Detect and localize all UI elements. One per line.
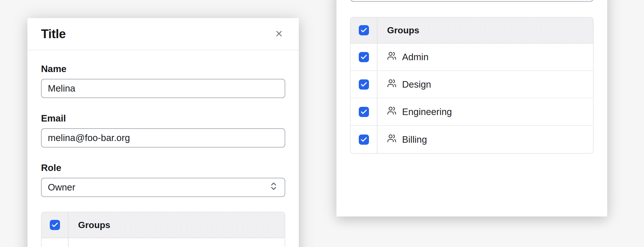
- name-input[interactable]: [41, 79, 285, 98]
- role-select-cut-off[interactable]: [350, 0, 594, 2]
- row-checkbox[interactable]: [359, 135, 369, 145]
- name-field-group: Name: [41, 63, 285, 98]
- groups-table: Groups Admin: [350, 17, 594, 154]
- select-all-checkbox[interactable]: [50, 220, 60, 230]
- dialog-body: Groups Admin: [336, 0, 607, 154]
- row-content: [68, 238, 285, 247]
- row-checkbox[interactable]: [359, 79, 369, 90]
- chevrons-up-down-icon: [269, 181, 278, 193]
- close-button[interactable]: [273, 28, 285, 40]
- role-select[interactable]: Owner: [41, 178, 285, 197]
- groups-table: Groups: [41, 212, 285, 247]
- email-label: Email: [41, 113, 285, 124]
- users-icon: [387, 51, 396, 63]
- row-checkbox-cell: [351, 98, 377, 125]
- group-name: Engineering: [402, 107, 452, 117]
- dialog-header: Title: [27, 18, 299, 50]
- role-field-group: Role Owner: [41, 162, 285, 197]
- name-label: Name: [41, 63, 285, 75]
- role-select-value: Owner: [48, 182, 75, 193]
- table-row-admin[interactable]: Admin: [351, 44, 593, 71]
- group-name: Billing: [402, 134, 427, 145]
- row-content: Engineering: [377, 98, 593, 125]
- groups-header-label: Groups: [68, 212, 285, 238]
- row-checkbox-cell: [351, 44, 377, 70]
- dialog-body: Name Email Role Owner: [27, 50, 299, 247]
- users-icon: [387, 134, 396, 145]
- users-icon: [387, 79, 396, 90]
- group-name: Admin: [402, 52, 429, 62]
- email-field-group: Email: [41, 113, 285, 148]
- edit-user-dialog-scrolled: Groups Admin: [336, 0, 607, 216]
- groups-header-label: Groups: [377, 18, 593, 43]
- row-checkbox[interactable]: [359, 107, 369, 117]
- role-label: Role: [41, 162, 285, 174]
- groups-table-header: Groups: [42, 212, 285, 238]
- table-row[interactable]: [42, 238, 285, 247]
- table-row-design[interactable]: Design: [351, 71, 593, 98]
- table-row-billing[interactable]: Billing: [351, 126, 593, 153]
- table-row-engineering[interactable]: Engineering: [351, 98, 593, 126]
- dialog-title: Title: [41, 27, 66, 41]
- groups-table-header: Groups: [351, 18, 593, 44]
- row-checkbox-cell: [351, 126, 377, 153]
- select-all-cell: [351, 18, 377, 43]
- row-content: Billing: [377, 126, 593, 153]
- email-input[interactable]: [41, 128, 285, 148]
- row-checkbox-cell: [351, 71, 377, 98]
- row-content: Design: [377, 71, 593, 98]
- select-all-checkbox[interactable]: [359, 25, 369, 35]
- select-all-cell: [42, 212, 68, 238]
- edit-user-dialog: Title Name Email Role Owner: [27, 18, 299, 247]
- group-name: Design: [402, 79, 431, 90]
- row-checkbox-cell: [42, 238, 68, 247]
- row-content: Admin: [377, 44, 593, 70]
- row-checkbox[interactable]: [359, 52, 369, 62]
- x-icon: [274, 29, 284, 39]
- users-icon: [387, 106, 396, 118]
